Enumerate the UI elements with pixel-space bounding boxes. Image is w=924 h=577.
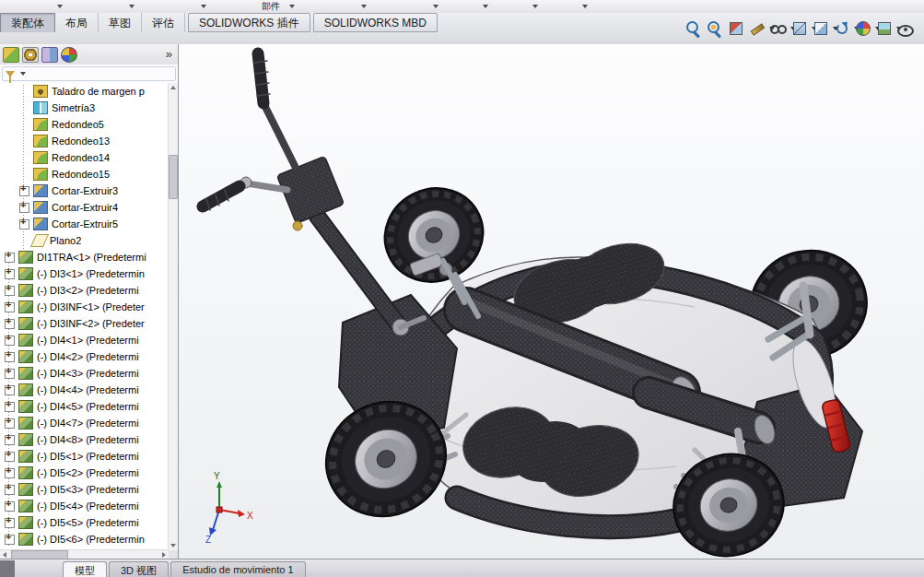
expander-icon[interactable] bbox=[5, 269, 15, 279]
displaymanager-tab-icon[interactable] bbox=[61, 47, 77, 63]
steering-clamp[interactable] bbox=[293, 221, 302, 230]
panel-expand-chevron[interactable]: » bbox=[163, 48, 175, 62]
tree-item[interactable]: Cortar-Extruir5 bbox=[0, 216, 169, 232]
tree-item[interactable]: (-) DI4<4> (Predetermi bbox=[0, 382, 169, 398]
menu-dropdown-caret-icon[interactable] bbox=[201, 5, 206, 8]
tree-item[interactable]: Cortar-Extruir3 bbox=[0, 183, 169, 199]
propertymanager-tab-icon[interactable] bbox=[22, 47, 39, 63]
command-tab[interactable]: 草图 bbox=[99, 13, 142, 32]
command-tab[interactable]: 布局 bbox=[55, 13, 99, 32]
expander-icon[interactable] bbox=[5, 402, 15, 412]
tree-item[interactable]: (-) DI3<2> (Predetermi bbox=[0, 282, 169, 299]
annotation-view-icon[interactable] bbox=[748, 19, 766, 38]
dropdown-caret-icon[interactable] bbox=[854, 27, 860, 30]
expander-icon[interactable] bbox=[5, 336, 15, 346]
expander-icon[interactable] bbox=[5, 418, 15, 429]
expander-icon[interactable] bbox=[19, 203, 29, 213]
tree-item[interactable]: (-) DI4<8> (Predetermi bbox=[0, 431, 169, 448]
expander-icon[interactable] bbox=[5, 302, 15, 312]
expander-icon[interactable] bbox=[5, 501, 15, 512]
document-tab[interactable]: 3D 视图 bbox=[109, 561, 169, 577]
tree-item[interactable]: (-) DI4<2> (Predetermi bbox=[0, 348, 169, 365]
menu-dropdown-caret-icon[interactable] bbox=[129, 5, 135, 8]
tree-item[interactable]: (-) DI5<3> (Predetermi bbox=[0, 481, 169, 498]
command-tab[interactable]: SOLIDWORKS 插件 bbox=[188, 13, 310, 32]
edit-appearance-icon[interactable] bbox=[854, 19, 872, 38]
filter-caret-icon[interactable] bbox=[20, 72, 26, 76]
configurationmanager-tab-icon[interactable] bbox=[41, 47, 58, 63]
tree-item[interactable]: Redondeo5 bbox=[0, 116, 169, 133]
dropdown-caret-icon[interactable] bbox=[833, 27, 838, 30]
tree-item[interactable]: (-) DI5<4> (Predetermi bbox=[0, 498, 169, 514]
expander-icon[interactable] bbox=[5, 435, 15, 445]
dropdown-caret-icon[interactable] bbox=[896, 27, 902, 30]
expander-icon[interactable] bbox=[19, 219, 29, 230]
kart-model-canvas[interactable]: Y X Z bbox=[179, 44, 924, 559]
scroll-down-icon[interactable] bbox=[170, 544, 176, 548]
expander-icon[interactable] bbox=[5, 518, 15, 528]
menu-dropdown-caret-icon[interactable] bbox=[532, 5, 538, 8]
tree-item[interactable]: (-) DI4<1> (Predetermi bbox=[0, 332, 169, 348]
expander-icon[interactable] bbox=[5, 385, 15, 395]
menu-dropdown-caret-icon[interactable] bbox=[361, 5, 367, 8]
expander-icon[interactable] bbox=[5, 286, 15, 296]
document-tab[interactable]: Estudio de movimiento 1 bbox=[170, 561, 305, 577]
expander-icon[interactable] bbox=[5, 452, 15, 462]
zoom-area-icon[interactable] bbox=[706, 19, 724, 38]
tree-item[interactable]: (-) DI4<5> (Predetermi bbox=[0, 398, 169, 415]
tree-item[interactable]: DI1TRA<1> (Predetermi bbox=[0, 249, 169, 265]
filter-funnel-icon[interactable] bbox=[6, 71, 15, 77]
tree-item[interactable]: Redondeo13 bbox=[0, 133, 169, 149]
view-orientation-icon[interactable] bbox=[790, 19, 809, 38]
expander-icon[interactable] bbox=[5, 352, 15, 362]
tree-item[interactable]: Simetría3 bbox=[0, 100, 169, 116]
expander-icon[interactable] bbox=[5, 485, 15, 495]
filter-field[interactable] bbox=[2, 66, 176, 81]
expander-icon[interactable] bbox=[5, 253, 15, 263]
menu-dropdown-caret-icon[interactable] bbox=[582, 5, 588, 8]
scroll-right-icon[interactable] bbox=[162, 552, 166, 558]
dropdown-caret-icon[interactable] bbox=[812, 27, 817, 30]
featuremanager-tab-icon[interactable] bbox=[3, 47, 19, 63]
scroll-left-icon[interactable] bbox=[3, 552, 6, 558]
scrollbar-thumb[interactable] bbox=[169, 155, 178, 199]
tree-item[interactable]: (-) DI5<5> (Predetermi bbox=[0, 514, 169, 531]
tree-item[interactable]: Redondeo14 bbox=[0, 149, 169, 166]
tree-item[interactable]: (-) DI3INF<2> (Predeter bbox=[0, 315, 169, 332]
command-tab[interactable]: SOLIDWORKS MBD bbox=[313, 13, 438, 32]
tree-item[interactable]: Plano2 bbox=[0, 232, 169, 249]
menu-dropdown-caret-icon[interactable] bbox=[433, 5, 439, 8]
command-tab[interactable]: 评估 bbox=[142, 13, 185, 32]
tree-item[interactable]: (-) DI3INF<1> (Predeter bbox=[0, 299, 169, 315]
tree-item[interactable]: Taladro de margen p bbox=[0, 83, 169, 100]
expander-icon[interactable] bbox=[19, 186, 29, 196]
expander-icon[interactable] bbox=[5, 319, 15, 329]
dropdown-caret-icon[interactable] bbox=[769, 27, 775, 30]
graphics-viewport[interactable]: Y X Z bbox=[179, 44, 924, 559]
tree-item[interactable]: (-) DI4<3> (Predetermi bbox=[0, 365, 169, 382]
hide-show-items-icon[interactable] bbox=[769, 19, 788, 38]
apply-scene-icon[interactable] bbox=[875, 19, 894, 38]
tree-item[interactable]: (-) DI5<6> (Predetermin bbox=[0, 531, 169, 548]
tree-item[interactable]: Redondeo15 bbox=[0, 166, 169, 183]
tree-vertical-scrollbar[interactable] bbox=[168, 83, 178, 550]
document-tab[interactable]: 模型 bbox=[63, 561, 107, 577]
view-settings-icon[interactable] bbox=[896, 19, 915, 38]
dropdown-caret-icon[interactable] bbox=[875, 27, 881, 30]
menu-item-part[interactable]: 部件 bbox=[262, 0, 280, 13]
menu-dropdown-caret-icon[interactable] bbox=[483, 5, 488, 8]
tree-item[interactable]: (-) DI3<1> (Predetermin bbox=[0, 265, 169, 282]
tree-item[interactable]: (-) DI4<7> (Predetermi bbox=[0, 415, 169, 431]
dropdown-caret-icon[interactable] bbox=[790, 27, 796, 30]
expander-icon[interactable] bbox=[5, 535, 15, 545]
expander-icon[interactable] bbox=[5, 468, 15, 478]
section-view-icon[interactable] bbox=[727, 19, 745, 38]
scroll-up-icon[interactable] bbox=[170, 86, 176, 89]
rotate-view-icon[interactable] bbox=[833, 19, 851, 38]
menu-dropdown-caret-icon[interactable] bbox=[289, 5, 295, 8]
tree-item[interactable]: (-) DI5<1> (Predetermi bbox=[0, 448, 169, 465]
expander-icon[interactable] bbox=[5, 369, 15, 379]
command-tab[interactable]: 装配体 bbox=[0, 13, 55, 32]
tree-item[interactable]: (-) DI5<2> (Predetermi bbox=[0, 465, 169, 481]
menu-dropdown-caret-icon[interactable] bbox=[57, 5, 63, 8]
